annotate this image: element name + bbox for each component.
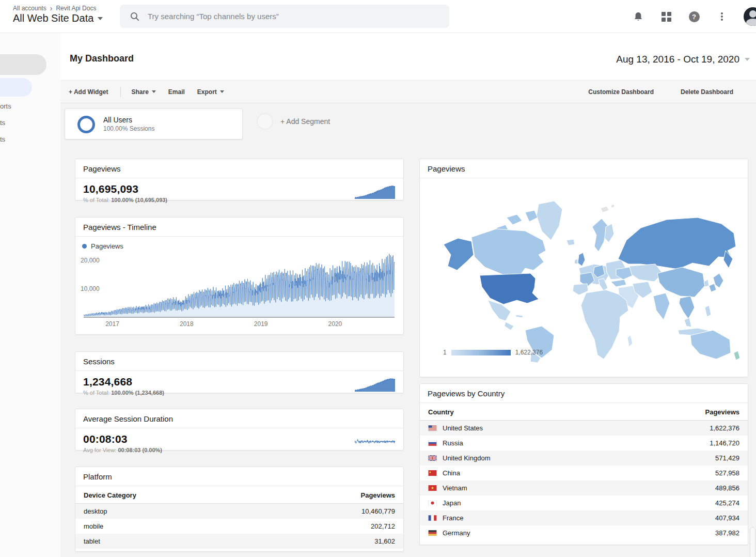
country-name: Germany (443, 529, 470, 537)
top-app-bar: All accounts › Revit Api Docs All Web Si… (0, 0, 756, 33)
customize-dashboard-button[interactable]: Customize Dashboard (588, 88, 654, 96)
svg-text:2018: 2018 (180, 320, 194, 328)
date-range-selector[interactable]: Aug 13, 2016 - Oct 19, 2020 (616, 54, 750, 65)
flag-gb-icon (428, 455, 437, 461)
scrollbar-thumb[interactable] (750, 527, 755, 557)
pageviews-subtitle: % of Total:100.00% (10,695,093) (83, 197, 396, 203)
pageviews-value: 10,695,093 (83, 183, 396, 195)
country-name: China (443, 469, 460, 477)
notifications-bell-icon[interactable] (632, 10, 644, 23)
sidebar-item-active-pill[interactable] (0, 78, 32, 97)
pageviews-sparkline (355, 184, 395, 199)
chevron-down-icon (98, 17, 103, 20)
country-name: Vietnam (443, 484, 467, 492)
table-row: Germany387,982 (420, 525, 748, 540)
sidebar-item[interactable]: orts (0, 98, 60, 115)
flag-vn-icon (428, 485, 437, 491)
timeline-chart: 20,00010,0002017201820192020 (80, 251, 399, 335)
share-button[interactable]: Share (131, 88, 155, 96)
sidebar-item[interactable]: ts (0, 131, 60, 148)
pageviews-cell: 10,460,779 (264, 504, 403, 519)
add-segment-button[interactable]: + Add Segment (257, 113, 330, 130)
pageviews-cell: 1,622,376 (619, 421, 748, 436)
sidebar-item[interactable]: ts (0, 115, 60, 131)
help-icon[interactable]: ? (688, 10, 700, 23)
breadcrumb-all-accounts[interactable]: All accounts (13, 5, 46, 12)
card-title: Pageviews - Timeline (75, 218, 403, 237)
more-options-icon[interactable] (716, 10, 728, 23)
column-header: Pageviews (619, 403, 748, 421)
legend-dot-icon (82, 244, 87, 249)
sessions-subtitle: % of Total:100.00% (1,234,668) (83, 390, 396, 396)
card-title: Pageviews (420, 159, 748, 178)
pageviews-cell: 489,856 (619, 481, 748, 496)
card-title: Platform (75, 467, 403, 486)
column-header: Pageviews (264, 486, 403, 504)
delete-dashboard-button[interactable]: Delete Dashboard (681, 88, 733, 96)
pageviews-cell: 1,146,720 (619, 436, 748, 451)
avg-session-duration-scorecard: Average Session Duration 00:08:03 Avg fo… (75, 409, 404, 451)
table-row: Japan425,274 (420, 496, 748, 510)
search-icon (130, 12, 139, 21)
chart-legend: Pageviews (75, 237, 403, 251)
segment-all-users[interactable]: All Users 100.00% Sessions (65, 109, 243, 140)
flag-cn-icon (428, 470, 437, 476)
pageviews-geo-map-card: Pageviews (419, 159, 748, 377)
scale-max-label: 1,622,376 (515, 349, 543, 356)
dashboard-content: All Users 100.00% Sessions + Add Segment… (60, 103, 756, 557)
card-title: Average Session Duration (75, 409, 403, 428)
column-header: Country (420, 403, 619, 421)
device-category: desktop (84, 507, 107, 515)
pageviews-cell: 407,934 (619, 510, 748, 525)
device-category: tablet (84, 537, 100, 545)
card-title: Sessions (75, 352, 403, 371)
pageviews-cell: 387,982 (619, 525, 748, 540)
chevron-right-icon: › (50, 6, 53, 11)
device-category: mobile (84, 522, 103, 530)
dashboard-toolbar: + Add Widget Share Email Export Customiz… (60, 80, 756, 103)
table-row: Vietnam489,856 (420, 481, 748, 496)
country-name: Russia (443, 439, 463, 447)
search-input[interactable] (148, 12, 427, 21)
toolbar-divider (120, 87, 121, 97)
user-avatar[interactable] (744, 7, 756, 26)
sessions-scorecard: Sessions 1,234,668 % of Total:100.00% (1… (75, 351, 404, 393)
breadcrumb-account[interactable]: Revit Api Docs (56, 5, 96, 12)
left-nav-sidebar: ortststs (0, 33, 60, 557)
dashboard-header: My Dashboard Aug 13, 2016 - Oct 19, 2020 (60, 33, 756, 80)
flag-de-icon (428, 530, 437, 536)
search-bar[interactable] (120, 5, 449, 28)
apps-grid-icon[interactable] (660, 10, 672, 23)
table-row: China527,958 (420, 466, 748, 481)
table-row: United Kingdom571,429 (420, 451, 748, 466)
property-name: All Web Site Data (13, 12, 93, 24)
segment-name: All Users (103, 116, 132, 124)
table-row: France407,934 (420, 510, 748, 525)
segment-circle-icon (77, 116, 95, 133)
scale-gradient-bar (451, 350, 511, 355)
pageviews-cell: 571,429 (619, 451, 748, 466)
country-name: France (443, 514, 463, 522)
page-title: My Dashboard (70, 53, 134, 64)
card-title: Pageviews by Country (420, 384, 748, 403)
country-table: Country Pageviews United States1,622,376… (420, 403, 748, 540)
sidebar-item-pill[interactable] (0, 54, 46, 75)
pageviews-by-country-card: Pageviews by Country Country Pageviews U… (419, 383, 748, 545)
chevron-down-icon (152, 90, 156, 93)
table-row: tablet31,602 (75, 534, 403, 549)
table-row: United States1,622,376 (420, 421, 748, 436)
table-row: Russia1,146,720 (420, 436, 748, 451)
email-button[interactable]: Email (168, 88, 185, 96)
sidebar-items: ortststs (0, 98, 60, 148)
main-area: My Dashboard Aug 13, 2016 - Oct 19, 2020… (60, 33, 756, 557)
export-button[interactable]: Export (197, 88, 224, 96)
avg-duration-sparkline (355, 435, 395, 449)
account-breadcrumb: All accounts › Revit Api Docs All Web Si… (13, 5, 103, 24)
avg-duration-subtitle: Avg for View:00:08:03 (0.00%) (83, 447, 396, 453)
property-selector[interactable]: All Web Site Data (13, 12, 103, 24)
table-header-row: Country Pageviews (420, 403, 748, 421)
svg-text:10,000: 10,000 (81, 285, 100, 292)
pageviews-cell: 527,958 (619, 466, 748, 481)
flag-us-icon (428, 425, 437, 431)
add-widget-button[interactable]: + Add Widget (69, 88, 108, 96)
